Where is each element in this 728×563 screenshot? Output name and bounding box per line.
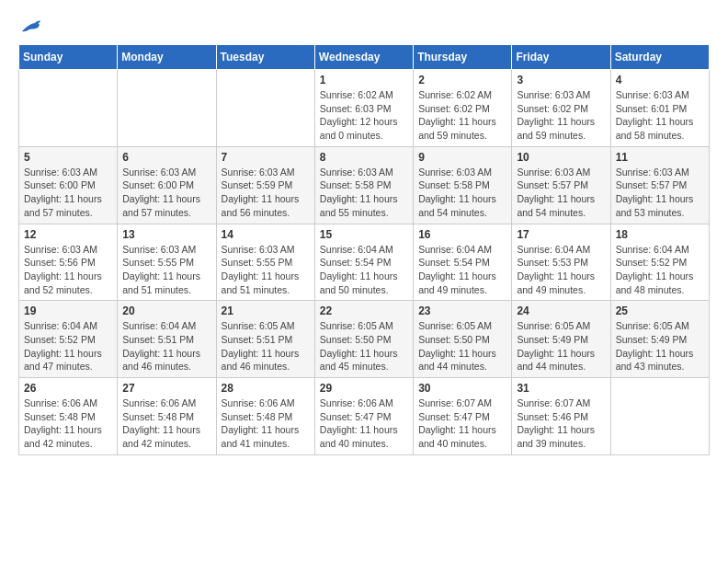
calendar-day-cell: 9Sunrise: 6:03 AM Sunset: 5:58 PM Daylig… (414, 146, 512, 224)
day-number: 31 (517, 382, 605, 395)
calendar-day-cell: 16Sunrise: 6:04 AM Sunset: 5:54 PM Dayli… (414, 224, 512, 301)
logo-bird-icon (20, 18, 40, 35)
day-info: Sunrise: 6:03 AM Sunset: 6:02 PM Dayligh… (517, 88, 605, 143)
day-number: 6 (122, 151, 210, 164)
day-number: 24 (517, 304, 605, 317)
day-info: Sunrise: 6:07 AM Sunset: 5:46 PM Dayligh… (517, 396, 605, 451)
day-number: 25 (616, 304, 704, 317)
day-number: 7 (222, 151, 310, 164)
calendar-day-cell: 2Sunrise: 6:02 AM Sunset: 6:02 PM Daylig… (414, 70, 512, 147)
day-number: 8 (320, 151, 408, 164)
calendar-day-cell: 24Sunrise: 6:05 AM Sunset: 5:49 PM Dayli… (512, 301, 610, 378)
calendar-day-cell: 29Sunrise: 6:06 AM Sunset: 5:47 PM Dayli… (314, 378, 413, 455)
day-number: 19 (24, 304, 112, 317)
page-header (18, 18, 710, 35)
calendar-day-cell: 17Sunrise: 6:04 AM Sunset: 5:53 PM Dayli… (512, 224, 610, 301)
calendar-day-cell: 23Sunrise: 6:05 AM Sunset: 5:50 PM Dayli… (414, 301, 512, 378)
column-header-wednesday: Wednesday (314, 45, 413, 70)
day-info: Sunrise: 6:03 AM Sunset: 6:00 PM Dayligh… (24, 166, 112, 220)
day-info: Sunrise: 6:06 AM Sunset: 5:48 PM Dayligh… (24, 396, 112, 451)
calendar-day-cell: 22Sunrise: 6:05 AM Sunset: 5:50 PM Dayli… (314, 301, 413, 378)
day-info: Sunrise: 6:03 AM Sunset: 5:56 PM Dayligh… (24, 243, 112, 297)
calendar-table: SundayMondayTuesdayWednesdayThursdayFrid… (18, 44, 710, 455)
calendar-day-cell: 18Sunrise: 6:04 AM Sunset: 5:52 PM Dayli… (610, 224, 709, 301)
calendar-day-cell (19, 70, 118, 147)
day-number: 3 (517, 74, 605, 86)
day-info: Sunrise: 6:05 AM Sunset: 5:50 PM Dayligh… (320, 319, 408, 373)
day-info: Sunrise: 6:03 AM Sunset: 5:57 PM Dayligh… (517, 166, 605, 220)
day-info: Sunrise: 6:02 AM Sunset: 6:03 PM Dayligh… (320, 88, 408, 143)
day-number: 22 (320, 304, 408, 317)
day-number: 23 (418, 304, 506, 317)
column-header-thursday: Thursday (414, 45, 512, 70)
day-number: 2 (418, 74, 506, 86)
day-number: 17 (517, 228, 605, 241)
calendar-week-row: 26Sunrise: 6:06 AM Sunset: 5:48 PM Dayli… (19, 378, 710, 455)
day-number: 30 (418, 382, 506, 395)
day-number: 4 (616, 74, 704, 86)
column-header-monday: Monday (118, 45, 216, 70)
day-info: Sunrise: 6:03 AM Sunset: 5:58 PM Dayligh… (320, 166, 408, 220)
day-info: Sunrise: 6:05 AM Sunset: 5:49 PM Dayligh… (616, 319, 704, 373)
day-number: 20 (122, 304, 210, 317)
calendar-day-cell: 28Sunrise: 6:06 AM Sunset: 5:48 PM Dayli… (216, 378, 314, 455)
day-number: 1 (320, 74, 408, 86)
day-info: Sunrise: 6:03 AM Sunset: 5:57 PM Dayligh… (616, 166, 704, 220)
day-number: 15 (320, 228, 408, 241)
day-info: Sunrise: 6:03 AM Sunset: 5:59 PM Dayligh… (222, 166, 310, 220)
column-header-sunday: Sunday (19, 45, 118, 70)
calendar-day-cell: 26Sunrise: 6:06 AM Sunset: 5:48 PM Dayli… (19, 378, 118, 455)
day-number: 29 (320, 382, 408, 395)
day-number: 18 (616, 228, 704, 241)
day-info: Sunrise: 6:04 AM Sunset: 5:51 PM Dayligh… (122, 319, 210, 373)
day-info: Sunrise: 6:03 AM Sunset: 6:01 PM Dayligh… (616, 88, 704, 143)
calendar-day-cell: 1Sunrise: 6:02 AM Sunset: 6:03 PM Daylig… (314, 70, 413, 147)
calendar-day-cell: 5Sunrise: 6:03 AM Sunset: 6:00 PM Daylig… (19, 146, 118, 224)
day-info: Sunrise: 6:03 AM Sunset: 5:58 PM Dayligh… (418, 166, 506, 220)
day-number: 12 (24, 228, 112, 241)
day-info: Sunrise: 6:03 AM Sunset: 6:00 PM Dayligh… (122, 166, 210, 220)
day-info: Sunrise: 6:04 AM Sunset: 5:52 PM Dayligh… (616, 243, 704, 297)
day-number: 28 (222, 382, 310, 395)
day-number: 5 (24, 151, 112, 164)
day-info: Sunrise: 6:05 AM Sunset: 5:50 PM Dayligh… (418, 319, 506, 373)
day-info: Sunrise: 6:06 AM Sunset: 5:48 PM Dayligh… (122, 396, 210, 451)
day-info: Sunrise: 6:07 AM Sunset: 5:47 PM Dayligh… (418, 396, 506, 451)
calendar-day-cell: 19Sunrise: 6:04 AM Sunset: 5:52 PM Dayli… (19, 301, 118, 378)
calendar-day-cell: 8Sunrise: 6:03 AM Sunset: 5:58 PM Daylig… (314, 146, 413, 224)
day-info: Sunrise: 6:06 AM Sunset: 5:48 PM Dayligh… (222, 396, 310, 451)
calendar-header-row: SundayMondayTuesdayWednesdayThursdayFrid… (19, 45, 710, 70)
day-number: 10 (517, 151, 605, 164)
calendar-day-cell: 15Sunrise: 6:04 AM Sunset: 5:54 PM Dayli… (314, 224, 413, 301)
calendar-week-row: 1Sunrise: 6:02 AM Sunset: 6:03 PM Daylig… (19, 70, 710, 147)
column-header-saturday: Saturday (610, 45, 709, 70)
day-number: 11 (616, 151, 704, 164)
day-number: 14 (222, 228, 310, 241)
calendar-day-cell: 4Sunrise: 6:03 AM Sunset: 6:01 PM Daylig… (610, 70, 709, 147)
day-info: Sunrise: 6:04 AM Sunset: 5:52 PM Dayligh… (24, 319, 112, 373)
calendar-day-cell (216, 70, 314, 147)
calendar-day-cell: 11Sunrise: 6:03 AM Sunset: 5:57 PM Dayli… (610, 146, 709, 224)
day-info: Sunrise: 6:04 AM Sunset: 5:53 PM Dayligh… (517, 243, 605, 297)
calendar-day-cell (610, 378, 709, 455)
calendar-day-cell: 25Sunrise: 6:05 AM Sunset: 5:49 PM Dayli… (610, 301, 709, 378)
day-number: 16 (418, 228, 506, 241)
day-number: 27 (122, 382, 210, 395)
calendar-day-cell: 10Sunrise: 6:03 AM Sunset: 5:57 PM Dayli… (512, 146, 610, 224)
calendar-day-cell: 13Sunrise: 6:03 AM Sunset: 5:55 PM Dayli… (118, 224, 216, 301)
calendar-day-cell: 3Sunrise: 6:03 AM Sunset: 6:02 PM Daylig… (512, 70, 610, 147)
day-info: Sunrise: 6:04 AM Sunset: 5:54 PM Dayligh… (418, 243, 506, 297)
calendar-day-cell: 7Sunrise: 6:03 AM Sunset: 5:59 PM Daylig… (216, 146, 314, 224)
day-info: Sunrise: 6:05 AM Sunset: 5:51 PM Dayligh… (222, 319, 310, 373)
day-number: 21 (222, 304, 310, 317)
day-number: 26 (24, 382, 112, 395)
calendar-day-cell: 12Sunrise: 6:03 AM Sunset: 5:56 PM Dayli… (19, 224, 118, 301)
day-info: Sunrise: 6:02 AM Sunset: 6:02 PM Dayligh… (418, 88, 506, 143)
calendar-day-cell: 30Sunrise: 6:07 AM Sunset: 5:47 PM Dayli… (414, 378, 512, 455)
calendar-week-row: 12Sunrise: 6:03 AM Sunset: 5:56 PM Dayli… (19, 224, 710, 301)
day-info: Sunrise: 6:05 AM Sunset: 5:49 PM Dayligh… (517, 319, 605, 373)
logo (18, 18, 40, 35)
day-info: Sunrise: 6:06 AM Sunset: 5:47 PM Dayligh… (320, 396, 408, 451)
calendar-week-row: 19Sunrise: 6:04 AM Sunset: 5:52 PM Dayli… (19, 301, 710, 378)
calendar-day-cell: 6Sunrise: 6:03 AM Sunset: 6:00 PM Daylig… (118, 146, 216, 224)
